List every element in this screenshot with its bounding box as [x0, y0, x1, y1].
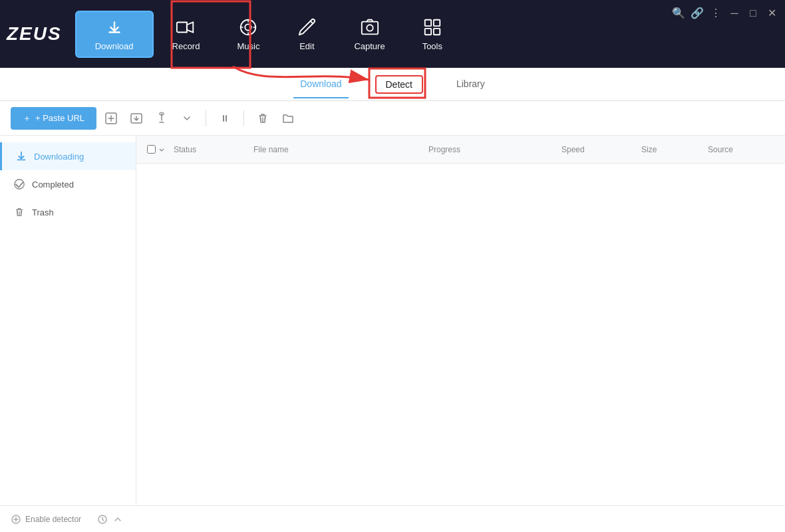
- nav-item-edit[interactable]: Edit: [278, 12, 335, 57]
- detector-icon: [11, 514, 21, 525]
- svg-point-2: [245, 24, 251, 30]
- bottombar: Enable detector: [0, 505, 785, 532]
- col-filename-header: File name: [253, 145, 428, 154]
- content-area: Status File name Progress Speed Size Sou…: [136, 136, 785, 505]
- col-size-header: Size: [641, 145, 708, 154]
- completed-icon: [13, 178, 25, 190]
- download-queue-button[interactable]: [126, 108, 147, 129]
- audio-icon: [155, 112, 168, 125]
- col-checkbox[interactable]: [147, 145, 174, 154]
- col-status-header: Status: [174, 145, 253, 154]
- toolbar-separator-1: [206, 110, 206, 126]
- minimize-button[interactable]: ─: [728, 7, 741, 19]
- app-logo: ZEUS: [7, 23, 62, 45]
- enable-detector-label: Enable detector: [25, 515, 81, 524]
- schedule-button[interactable]: [97, 514, 108, 525]
- dropdown-button[interactable]: [176, 108, 198, 129]
- table-header: Status File name Progress Speed Size Sou…: [136, 136, 785, 164]
- tools-nav-icon: [422, 17, 442, 37]
- sidebar-label-completed: Completed: [32, 180, 74, 190]
- nav-label-capture: Capture: [354, 41, 385, 51]
- tab-download[interactable]: Download: [293, 70, 348, 98]
- nav-label-download: Download: [95, 41, 134, 51]
- sidebar-item-downloading[interactable]: Downloading: [0, 142, 136, 170]
- nav-label-music: Music: [237, 41, 259, 51]
- delete-button[interactable]: [252, 108, 273, 129]
- nav-item-capture[interactable]: Capture: [335, 12, 403, 57]
- toolbar: ＋ + Paste URL: [0, 101, 785, 136]
- window-controls: 🔍 🔗 ⋮ ─ □ ✕: [672, 7, 778, 19]
- col-source-header: Source: [708, 145, 774, 154]
- svg-point-4: [367, 25, 373, 31]
- sidebar-label-downloading: Downloading: [34, 152, 84, 162]
- svg-rect-7: [425, 28, 431, 34]
- svg-rect-8: [434, 28, 440, 34]
- sidebar-item-trash[interactable]: Trash: [0, 198, 136, 226]
- pause-all-button[interactable]: [214, 108, 236, 129]
- search-window-icon[interactable]: 🔍: [672, 7, 685, 19]
- toolbar-separator-2: [243, 110, 244, 126]
- nav-item-record[interactable]: Record: [154, 12, 219, 57]
- tab-detect[interactable]: Detect: [375, 75, 423, 94]
- maximize-button[interactable]: □: [746, 7, 760, 19]
- sort-icon: [158, 146, 165, 153]
- menu-window-icon[interactable]: ⋮: [709, 7, 722, 19]
- music-nav-icon: [238, 17, 258, 37]
- paste-url-button[interactable]: ＋ + Paste URL: [11, 107, 96, 130]
- sidebar-item-completed[interactable]: Completed: [0, 170, 136, 198]
- close-button[interactable]: ✕: [765, 7, 778, 19]
- downloading-icon: [15, 150, 27, 162]
- trash-icon: [256, 112, 269, 125]
- titlebar: ZEUS Download Record M: [0, 0, 785, 68]
- download-nav-icon: [104, 17, 124, 37]
- audio-download-button[interactable]: [151, 108, 172, 129]
- sidebar: Downloading Completed Trash: [0, 136, 136, 505]
- subtabs: Download Detect Library: [0, 68, 785, 101]
- col-progress-header: Progress: [428, 145, 561, 154]
- clock-icon: [97, 514, 108, 525]
- add-download-icon: [104, 112, 118, 125]
- edit-nav-icon: [297, 17, 317, 37]
- col-speed-header: Speed: [561, 145, 641, 154]
- table-body: [136, 164, 785, 430]
- share-window-icon[interactable]: 🔗: [691, 7, 704, 19]
- svg-rect-6: [434, 19, 440, 25]
- chevron-down-icon: [183, 114, 191, 122]
- chevron-up-button[interactable]: [113, 515, 122, 524]
- nav-label-tools: Tools: [422, 41, 442, 51]
- trash-sidebar-icon: [13, 206, 25, 218]
- add-video-button[interactable]: [100, 108, 122, 129]
- nav-label-edit: Edit: [299, 41, 314, 51]
- chevron-up-icon: [113, 515, 122, 524]
- nav-label-record: Record: [172, 41, 200, 51]
- nav-item-download[interactable]: Download: [75, 11, 154, 58]
- capture-nav-icon: [360, 17, 380, 37]
- pause-icon: [218, 112, 232, 125]
- sidebar-label-trash: Trash: [32, 207, 54, 217]
- svg-rect-3: [361, 21, 377, 34]
- paste-url-plus-icon: ＋: [23, 112, 31, 124]
- nav-item-music[interactable]: Music: [218, 12, 278, 57]
- folder-icon: [281, 112, 295, 125]
- record-nav-icon: [176, 17, 196, 37]
- main-layout: Downloading Completed Trash: [0, 136, 785, 505]
- tab-library[interactable]: Library: [450, 70, 492, 98]
- queue-download-icon: [130, 112, 143, 125]
- select-all-checkbox[interactable]: [147, 145, 156, 154]
- nav-item-tools[interactable]: Tools: [404, 12, 461, 57]
- svg-rect-5: [425, 19, 431, 25]
- enable-detector-button[interactable]: Enable detector: [11, 514, 81, 525]
- open-folder-button[interactable]: [277, 108, 299, 129]
